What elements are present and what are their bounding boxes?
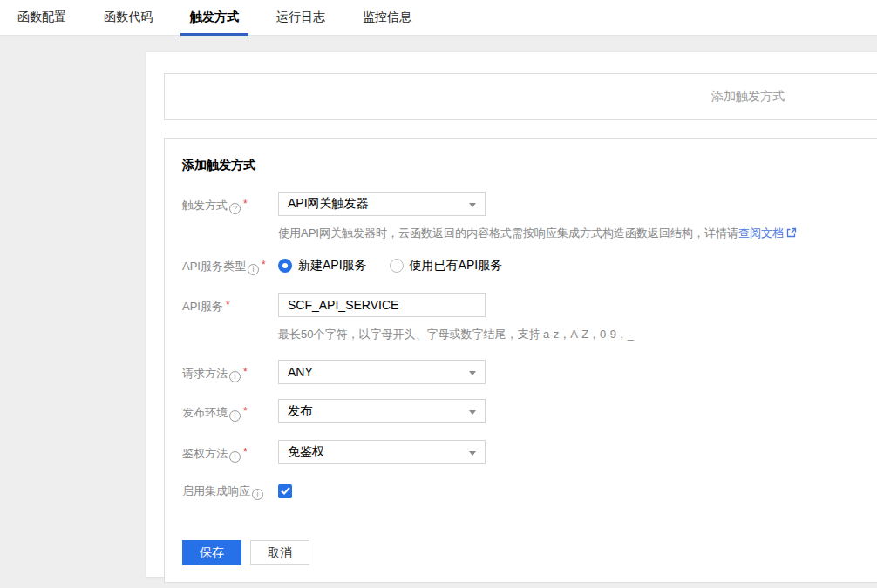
- tab-label: 运行日志: [276, 10, 325, 25]
- field-request-method: 请求方法i* ANY: [182, 360, 874, 384]
- radio-label: 使用已有API服务: [410, 258, 503, 274]
- tab-function-code[interactable]: 函数代码: [94, 0, 162, 35]
- scf-trigger-page: 函数配置 函数代码 触发方式 运行日志 监控信息 添加触发方式 添加触发方式 触…: [0, 0, 877, 588]
- radio-selected-icon: [278, 259, 292, 273]
- trigger-list-header: 添加触发方式: [164, 73, 877, 120]
- save-button[interactable]: 保存: [182, 540, 241, 565]
- trigger-panel: 添加触发方式 添加触发方式 触发方式?* API网关触发器 使用API网关触发器…: [146, 52, 877, 577]
- field-auth-method: 鉴权方法i* 免鉴权: [182, 440, 874, 464]
- info-icon[interactable]: i: [252, 489, 263, 500]
- chevron-down-icon: [469, 410, 476, 415]
- required-marker: *: [243, 366, 248, 378]
- required-marker: *: [243, 405, 248, 417]
- field-api-service: API服务* 最长50个字符，以字母开头、字母或数字结尾，支持 a-z，A-Z，…: [182, 293, 874, 342]
- external-link-icon[interactable]: [786, 227, 797, 240]
- chevron-down-icon: [469, 451, 476, 456]
- field-integrated-response: 启用集成响应i: [182, 483, 874, 500]
- radio-new-api-service[interactable]: 新建API服务: [278, 258, 367, 274]
- tab-function-config[interactable]: 函数配置: [8, 0, 76, 35]
- function-tab-bar: 函数配置 函数代码 触发方式 运行日志 监控信息: [0, 0, 877, 36]
- required-marker: *: [243, 446, 248, 458]
- api-service-type-label: API服务类型: [182, 260, 246, 273]
- auth-method-value: 免鉴权: [288, 444, 324, 460]
- chevron-down-icon: [469, 371, 476, 375]
- cancel-button[interactable]: 取消: [250, 540, 309, 565]
- tab-monitoring[interactable]: 监控信息: [353, 0, 421, 35]
- trigger-method-value: API网关触发器: [288, 196, 369, 212]
- required-marker: *: [243, 198, 248, 210]
- tab-label: 触发方式: [190, 10, 239, 25]
- integrated-response-label: 启用集成响应: [182, 484, 250, 497]
- trigger-method-select[interactable]: API网关触发器: [278, 192, 486, 216]
- field-release-env: 发布环境i* 发布: [182, 399, 874, 423]
- info-icon[interactable]: i: [229, 451, 241, 463]
- info-icon[interactable]: i: [248, 264, 259, 275]
- tab-run-logs[interactable]: 运行日志: [267, 0, 335, 35]
- required-marker: *: [226, 299, 230, 311]
- help-icon[interactable]: ?: [229, 203, 241, 214]
- radio-unselected-icon: [390, 259, 404, 273]
- request-method-value: ANY: [288, 365, 313, 379]
- chevron-down-icon: [469, 203, 476, 207]
- radio-label: 新建API服务: [298, 258, 367, 274]
- info-icon[interactable]: i: [229, 410, 241, 422]
- tab-label: 函数配置: [17, 10, 66, 25]
- form-actions: 保存 取消: [182, 540, 874, 565]
- trigger-method-help: 使用API网关触发器时，云函数返回的内容格式需按响应集成方式构造函数返回结构，详…: [278, 226, 874, 241]
- api-service-label: API服务: [182, 300, 223, 313]
- release-env-label: 发布环境: [182, 406, 228, 419]
- add-trigger-button[interactable]: 添加触发方式: [711, 89, 785, 105]
- trigger-method-label: 触发方式: [182, 199, 228, 212]
- view-docs-link[interactable]: 查阅文档: [738, 226, 784, 240]
- form-title: 添加触发方式: [182, 158, 874, 173]
- tab-label: 监控信息: [363, 10, 411, 25]
- release-env-value: 发布: [288, 403, 312, 419]
- field-api-service-type: API服务类型i* 新建API服务 使用已有API服务: [182, 258, 874, 275]
- required-marker: *: [262, 259, 266, 271]
- auth-method-label: 鉴权方法: [182, 447, 228, 460]
- request-method-label: 请求方法: [182, 367, 228, 380]
- tab-label: 函数代码: [104, 10, 153, 25]
- api-service-input[interactable]: [278, 293, 486, 317]
- tab-trigger-method[interactable]: 触发方式: [180, 0, 248, 35]
- api-service-help: 最长50个字符，以字母开头、字母或数字结尾，支持 a-z，A-Z，0-9，_: [278, 327, 874, 342]
- radio-existing-api-service[interactable]: 使用已有API服务: [390, 258, 503, 274]
- add-trigger-form: 添加触发方式 触发方式?* API网关触发器 使用API网关触发器时，云函数返回…: [164, 138, 877, 583]
- field-trigger-method: 触发方式?* API网关触发器 使用API网关触发器时，云函数返回的内容格式需按…: [182, 192, 874, 241]
- auth-method-select[interactable]: 免鉴权: [278, 440, 486, 464]
- integrated-response-checkbox[interactable]: [278, 484, 292, 498]
- release-env-select[interactable]: 发布: [278, 399, 486, 423]
- info-icon[interactable]: i: [229, 371, 241, 382]
- request-method-select[interactable]: ANY: [278, 360, 486, 384]
